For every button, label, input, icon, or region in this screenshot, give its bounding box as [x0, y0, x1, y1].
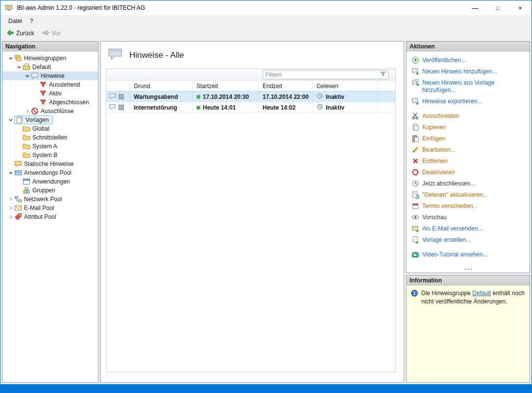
tree-item-global[interactable]: Global	[2, 124, 98, 133]
page-title: Hinweise - Alle	[129, 50, 184, 60]
action-einfuegen[interactable]: Einfügen	[411, 135, 526, 142]
menu-help[interactable]: ?	[26, 16, 37, 26]
filter-band	[106, 69, 395, 81]
chevron-right-icon[interactable]	[7, 205, 14, 211]
action-vorschau[interactable]: Vorschau	[411, 213, 526, 221]
action-vorlage-erstellen[interactable]: Vorlage erstellen...	[411, 236, 526, 244]
tree-item-netzwerk-pool[interactable]: Netzwerk Pool	[2, 195, 98, 204]
maximize-button[interactable]: □	[486, 0, 509, 15]
folder-icon	[23, 151, 30, 159]
action-hinweise-exportieren[interactable]: Hinweise exportieren...	[411, 97, 526, 105]
action-kopieren[interactable]: Kopieren	[411, 123, 526, 131]
action-termin-verschieben[interactable]: Termin verschieben...	[411, 202, 526, 210]
chevron-down-icon[interactable]	[7, 116, 14, 123]
back-button[interactable]: Zurück	[3, 28, 38, 39]
active-dot-icon	[196, 106, 200, 110]
expander-spacer	[16, 152, 23, 159]
tree-item-label: E-Mail Pool	[24, 205, 56, 211]
action-veroeffentlichen[interactable]: Veröffentlichen...	[411, 56, 526, 64]
exclusions-icon	[31, 107, 39, 115]
tree-item-aktiv[interactable]: Aktiv	[2, 89, 98, 98]
chevron-down-icon[interactable]	[24, 72, 31, 79]
toolbar: Zurück Vor	[0, 27, 532, 40]
filter-input[interactable]	[263, 71, 380, 78]
minimize-button[interactable]: —	[464, 0, 486, 15]
move-appointment-calendar-icon	[411, 202, 419, 210]
navigation-tree: Hinweisgruppen Default Hinweise Ausstehe…	[2, 51, 98, 221]
tree-item-email-pool[interactable]: E-Mail Pool	[2, 204, 98, 212]
column-header-endzeit[interactable]: Endzeit	[259, 81, 313, 91]
expander-spacer	[32, 99, 39, 106]
action-deaktivieren[interactable]: Deaktivieren	[411, 168, 526, 176]
tree-item-ausschluesse[interactable]: Ausschlüsse	[2, 107, 98, 116]
endzeit-cell: 17.10.2014 22:00	[259, 92, 313, 102]
remove-icon	[411, 157, 419, 165]
tree-item-ausstehend[interactable]: Ausstehend	[2, 80, 98, 89]
action-jetzt-abschliessen[interactable]: Jetzt abschliessen...	[411, 180, 526, 187]
expander-spacer	[32, 90, 39, 97]
actions-list: Veröffentlichen... Neuen Hinweis hinzufü…	[407, 51, 530, 273]
tree-item-anwendungs-pool[interactable]: Anwendungs Pool	[2, 168, 98, 177]
close-button[interactable]: ×	[509, 0, 532, 15]
chevron-right-icon[interactable]	[24, 108, 31, 115]
chevron-down-icon[interactable]	[7, 169, 14, 176]
tree-item-label: System A	[32, 143, 59, 150]
tree-item-gruppen[interactable]: Gruppen	[2, 186, 98, 195]
chevron-down-icon[interactable]	[16, 64, 23, 70]
app-window: IBI-aws Admin 1.22.0 - registriert für I…	[0, 0, 532, 393]
resize-grip[interactable]	[525, 384, 531, 392]
forward-button[interactable]: Vor	[39, 28, 64, 39]
table-row-internetstoerung[interactable]: Internetstörung Heute 14:01 Heute 14:02 …	[106, 102, 395, 113]
tree-item-system-b[interactable]: System B	[2, 151, 98, 160]
action-ausschneiden[interactable]: Ausschneiden	[411, 112, 526, 120]
expander-spacer	[16, 125, 23, 132]
action-gelesen-aktualisieren[interactable]: "Gelesen" aktualisieren...	[411, 191, 526, 199]
column-header-startzeit[interactable]: Startzeit	[193, 81, 259, 91]
tree-item-statische-hinweise[interactable]: Statische Hinweise	[2, 160, 98, 168]
menu-datei[interactable]: Datei	[4, 16, 26, 26]
folder-icon	[23, 125, 30, 133]
edit-pencil-icon	[411, 146, 419, 154]
expander-spacer	[7, 161, 14, 167]
chevron-right-icon[interactable]	[7, 213, 14, 220]
static-notices-icon	[14, 160, 22, 168]
chevron-right-icon[interactable]	[7, 196, 14, 203]
column-header-gelesen[interactable]: Gelesen	[313, 81, 378, 91]
action-video-tutorial[interactable]: Video-Tutorial ansehen...	[411, 251, 526, 258]
tree-item-abgeschlossen[interactable]: Abgeschlossen	[2, 98, 98, 107]
panel-splitter-handle[interactable]	[464, 265, 473, 272]
table-row-wartungsabend[interactable]: Wartungsabend 17.10.2014 20:30 17.10.201…	[106, 92, 395, 102]
publish-icon	[411, 56, 419, 64]
tree-item-hinweisgruppen[interactable]: Hinweisgruppen	[2, 54, 98, 63]
information-text: Die Hinweisgruppe Default enthält noch n…	[421, 289, 526, 306]
tree-item-attribut-pool[interactable]: Attribut Pool	[2, 212, 98, 221]
chevron-down-icon[interactable]	[7, 55, 14, 62]
column-header-grund[interactable]: Grund	[130, 81, 193, 91]
expander-spacer	[32, 81, 39, 88]
send-email-icon	[411, 225, 419, 232]
actions-header: Aktionen	[407, 42, 530, 51]
tree-item-vorlagen[interactable]: Vorlagen	[2, 116, 98, 124]
filter-funnel-icon[interactable]	[380, 70, 387, 79]
action-bearbeiten[interactable]: Bearbeiten...	[411, 146, 526, 154]
tree-item-anwendungen[interactable]: Anwendungen	[2, 177, 98, 186]
information-header: Information	[407, 276, 530, 285]
scissors-icon	[411, 112, 419, 120]
action-als-email-versenden[interactable]: Als E-Mail versenden...	[411, 225, 526, 232]
column-header-type[interactable]	[106, 81, 130, 91]
tree-item-default[interactable]: Default	[2, 63, 98, 71]
tree-item-label: Global	[32, 125, 51, 132]
default-group-link[interactable]: Default	[472, 290, 491, 297]
gelesen-status-icon	[316, 92, 323, 101]
action-neuen-hinweis-hinzufuegen[interactable]: Neuen Hinweis hinzufügen...	[411, 68, 526, 75]
action-entfernen[interactable]: Entfernen	[411, 157, 526, 165]
tree-item-hinweise[interactable]: Hinweise	[2, 71, 98, 80]
tree-item-label: System B	[32, 152, 59, 159]
expander-spacer	[16, 178, 23, 185]
status-led-gray	[119, 94, 124, 99]
tree-item-system-a[interactable]: System A	[2, 142, 98, 151]
tree-item-label: Ausschlüsse	[41, 108, 75, 115]
tree-item-schnittstellen[interactable]: Schnittstellen	[2, 133, 98, 142]
column-header-spacer	[378, 81, 395, 91]
action-hinweis-aus-vorlage[interactable]: Neuen Hinweis aus Vorlage hinzufügen...	[411, 79, 526, 94]
